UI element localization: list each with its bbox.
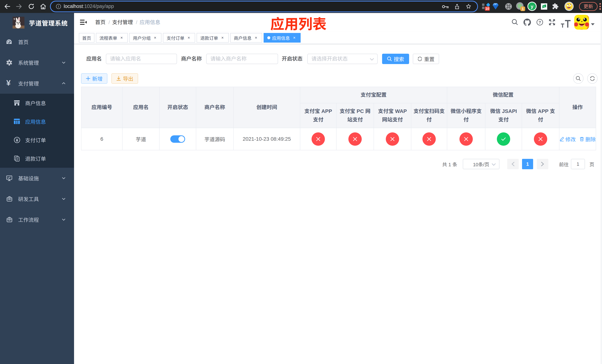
svg-text:10: 10 bbox=[485, 7, 489, 11]
svg-text:y: y bbox=[531, 4, 534, 9]
svg-text:1: 1 bbox=[522, 7, 524, 11]
svg-text:?: ? bbox=[538, 20, 541, 25]
